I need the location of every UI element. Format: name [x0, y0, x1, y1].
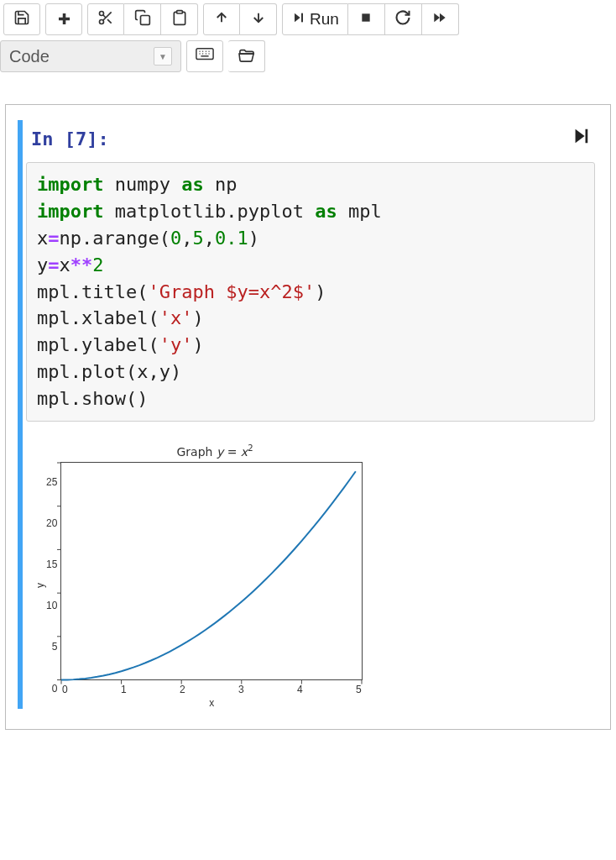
restart-run-all-button[interactable]	[422, 3, 459, 35]
command-palette-button[interactable]	[186, 40, 223, 72]
cell-type-select[interactable]: Code ▼	[0, 40, 181, 72]
fast-forward-icon	[431, 11, 448, 29]
open-folder-button[interactable]	[228, 40, 265, 72]
paste-button[interactable]	[161, 3, 198, 35]
interrupt-button[interactable]	[348, 3, 385, 35]
svg-rect-11	[363, 13, 370, 21]
move-up-button[interactable]	[203, 3, 240, 35]
plot-area	[60, 462, 363, 680]
code-input[interactable]: import numpy as np import matplotlib.pyp…	[26, 162, 595, 422]
move-down-button[interactable]	[240, 3, 277, 35]
arrow-up-icon	[214, 10, 229, 29]
restart-icon	[394, 9, 411, 30]
stop-icon	[359, 11, 373, 29]
run-icon	[291, 11, 305, 28]
svg-marker-24	[576, 129, 585, 144]
svg-line-4	[103, 14, 106, 17]
copy-icon	[134, 9, 151, 30]
code-cell[interactable]: In [7]: import numpy as np import matplo…	[18, 120, 598, 709]
svg-point-1	[100, 19, 104, 24]
folder-open-icon	[238, 47, 256, 66]
plus-icon: ✚	[58, 10, 70, 29]
x-axis-label: x	[60, 695, 363, 709]
chart-title: Graph y = x² Graph y = x2	[34, 443, 395, 462]
y-ticks: 2520151050	[46, 476, 60, 695]
svg-marker-9	[295, 13, 300, 23]
run-button[interactable]: Run	[282, 3, 348, 35]
svg-marker-13	[440, 13, 446, 22]
arrow-down-icon	[251, 10, 266, 29]
save-icon	[13, 9, 30, 30]
save-button[interactable]	[3, 3, 40, 35]
paste-icon	[171, 9, 188, 30]
toolbar-row-1: ✚	[0, 0, 616, 39]
svg-rect-25	[586, 129, 588, 144]
copy-button[interactable]	[124, 3, 161, 35]
svg-point-0	[100, 11, 104, 15]
run-cell-button[interactable]	[572, 127, 593, 150]
y-axis-label: y	[34, 579, 46, 591]
svg-rect-10	[301, 13, 303, 23]
x-ticks: 012345	[60, 680, 363, 695]
svg-marker-12	[435, 13, 441, 22]
cell-type-value: Code	[9, 47, 50, 66]
add-cell-button[interactable]: ✚	[45, 3, 82, 35]
input-prompt: In [7]:	[31, 128, 109, 149]
svg-rect-5	[140, 15, 149, 24]
code-text: import numpy as np import matplotlib.pyp…	[37, 171, 584, 412]
notebook-container: In [7]: import numpy as np import matplo…	[5, 104, 611, 730]
svg-line-3	[107, 19, 112, 24]
svg-rect-14	[196, 48, 213, 59]
scissors-icon	[97, 9, 114, 30]
svg-rect-6	[176, 10, 182, 13]
run-label: Run	[310, 10, 339, 29]
cell-prompt-row: In [7]:	[26, 120, 598, 162]
keyboard-icon	[196, 47, 214, 66]
chevron-down-icon: ▼	[154, 47, 172, 66]
restart-button[interactable]	[385, 3, 422, 35]
toolbar-row-2: Code ▼	[0, 39, 616, 79]
chart-output: Graph y = x² Graph y = x2 y 2520151050 0…	[34, 443, 395, 709]
cut-button[interactable]	[87, 3, 124, 35]
